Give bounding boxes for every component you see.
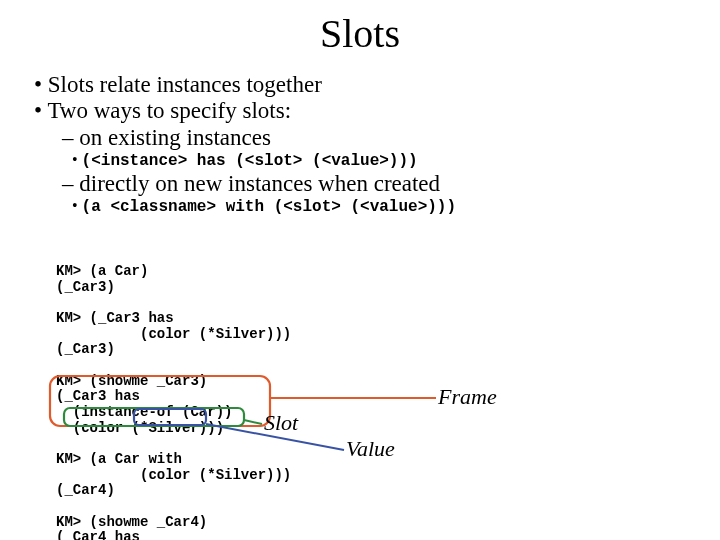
page-title: Slots [0, 10, 720, 57]
value-label: Value [346, 436, 395, 462]
slide: Slots Slots relate instances together Tw… [0, 0, 720, 540]
body-text: Slots relate instances together Two ways… [34, 72, 684, 217]
bullet-l1: Slots relate instances together [34, 72, 684, 98]
bullet-l2a-code: (<instance> has (<slot> (<value>))) [72, 151, 684, 170]
bullet-l2a: on existing instances [62, 125, 684, 151]
code-block: KM> (a Car) (_Car3) KM> (_Car3 has (colo… [56, 264, 291, 540]
bullet-l2b: directly on new instances when created [62, 171, 684, 197]
slot-label: Slot [264, 410, 298, 436]
frame-label: Frame [438, 384, 497, 410]
bullet-l2b-code: (a <classname> with (<slot> (<value>))) [72, 197, 684, 216]
bullet-l2: Two ways to specify slots: [34, 98, 684, 124]
